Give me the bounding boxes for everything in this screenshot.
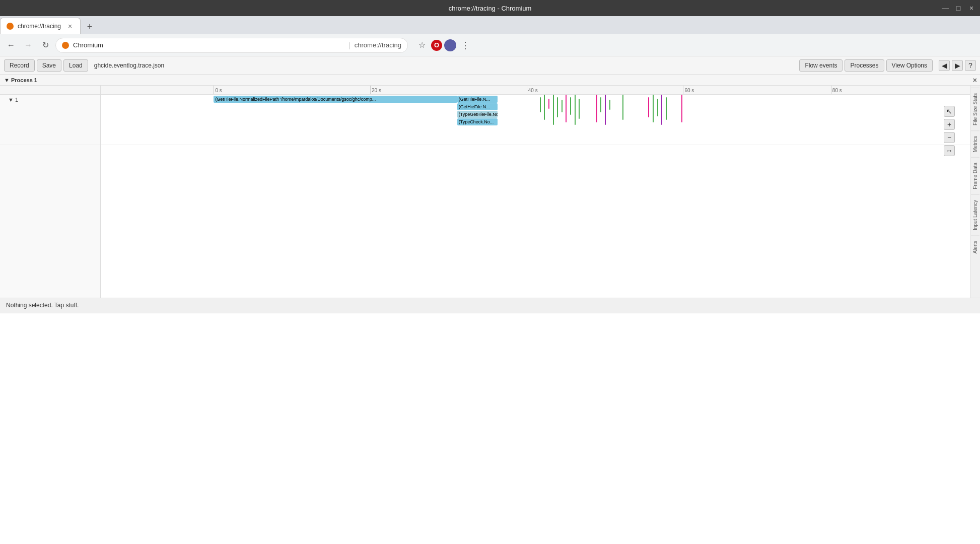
filename-display: ghcide.eventlog.trace.json — [94, 62, 164, 69]
mini-bar-11 — [596, 95, 597, 122]
zoom-in-button[interactable]: + — [944, 119, 955, 130]
cursor-tool-button[interactable]: ↖ — [944, 106, 955, 117]
ruler-tick-80s: 80 s — [831, 86, 842, 94]
maximize-button[interactable]: □ — [954, 4, 963, 13]
title-bar-controls: — □ × — [941, 4, 976, 13]
trace-right-panel[interactable]: 0 s 20 s 40 s 60 s 80 s (GetHieFile.Norm… — [101, 86, 970, 298]
toolbar-right: Flow events Processes View Options ◀ ▶ ? — [799, 59, 976, 72]
trace-left-panel: ▼ 1 — [0, 86, 101, 298]
side-tab-metrics[interactable]: Metrics — [971, 130, 979, 157]
process-header: ▼ Process 1 × — [0, 75, 980, 86]
active-tab[interactable]: chrome://tracing × — [0, 18, 81, 34]
opera-icon[interactable]: O — [431, 40, 442, 51]
mini-bar-7 — [566, 95, 567, 122]
mini-bar-9 — [575, 95, 576, 125]
process-title: ▼ Process 1 — [4, 77, 37, 83]
stacked-events-group: (GetHieFile.N... (GetHieFile.N... (TypeG… — [457, 96, 498, 126]
ruler-label-20s: 20 s — [372, 88, 381, 93]
save-button[interactable]: Save — [37, 59, 61, 72]
load-button[interactable]: Load — [63, 59, 88, 72]
address-bar-input[interactable]: Chromium | chrome://tracing — [55, 38, 408, 53]
flow-events-button[interactable]: Flow events — [799, 59, 843, 72]
ruler-tick-0s: 0 s — [214, 86, 222, 94]
stacked-event-2[interactable]: (GetHieFile.N... — [457, 103, 498, 110]
status-bar: Nothing selected. Tap stuff. — [0, 298, 980, 313]
address-separator: | — [348, 41, 351, 49]
ruler-label-0s: 0 s — [215, 88, 222, 93]
mini-bar-19 — [661, 95, 662, 125]
bookmark-button[interactable]: ☆ — [415, 38, 429, 52]
main-event-bar[interactable]: (GetHieFile.NormalizedFilePath '/home/mp… — [214, 96, 457, 103]
mini-bar-3 — [548, 99, 549, 109]
mini-bar-20 — [666, 97, 667, 120]
back-button[interactable]: ← — [4, 38, 18, 52]
ruler-label-40s: 40 s — [528, 88, 538, 93]
zoom-out-button[interactable]: − — [944, 132, 955, 143]
mini-bar-21 — [681, 95, 682, 122]
help-button[interactable]: ? — [965, 60, 976, 71]
mini-bar-16 — [648, 97, 649, 117]
window-title: chrome://tracing - Chromium — [449, 5, 532, 12]
address-bar: ← → ↻ Chromium | chrome://tracing ☆ O ⋮ — [0, 34, 980, 56]
tab-label: chrome://tracing — [18, 23, 61, 30]
tab-close-button[interactable]: × — [66, 22, 74, 30]
record-button[interactable]: Record — [4, 59, 35, 72]
ruler-spacer — [0, 86, 100, 95]
tracing-toolbar: Record Save Load ghcide.eventlog.trace.j… — [0, 56, 980, 75]
mini-bar-10 — [579, 99, 580, 119]
new-tab-button[interactable]: + — [83, 20, 97, 34]
address-favicon-icon — [62, 42, 69, 49]
view-options-button[interactable]: View Options — [886, 59, 933, 72]
zoom-controls: ↖ + − ↔ — [944, 106, 955, 156]
forward-button[interactable]: → — [21, 38, 35, 52]
address-url: chrome://tracing — [355, 41, 401, 49]
browser-menu-button[interactable]: ⋮ — [458, 38, 472, 52]
stacked-event-3[interactable]: (TypeGetHieFile.No... — [457, 111, 498, 118]
track-lane-1: (GetHieFile.NormalizedFilePath '/home/mp… — [101, 95, 970, 145]
main-event-label: (GetHieFile.NormalizedFilePath '/home/mp… — [215, 97, 376, 102]
mini-bar-8 — [570, 97, 571, 115]
thread-label: ▼ 1 — [0, 95, 100, 145]
side-tab-file-size-stats[interactable]: File Size Stats — [971, 88, 979, 130]
side-tab-alerts[interactable]: Alerts — [971, 235, 979, 259]
tab-favicon-icon — [7, 23, 14, 30]
ruler-label-80s: 80 s — [832, 88, 842, 93]
nav-left-button[interactable]: ◀ — [939, 60, 950, 71]
mini-bar-4 — [553, 95, 554, 125]
mini-bar-15 — [622, 95, 623, 120]
process-close-button[interactable]: × — [973, 76, 977, 84]
trace-view: ▼ Process 1 × ▼ 1 0 s 20 s 40 s — [0, 75, 980, 298]
detail-panel — [0, 313, 980, 545]
ruler-tick-40s: 40 s — [527, 86, 538, 94]
side-tabs-panel: File Size Stats Metrics Frame Data Input… — [970, 86, 980, 298]
fit-button[interactable]: ↔ — [944, 145, 955, 156]
tab-bar: chrome://tracing × + — [0, 16, 980, 34]
trace-scroll-area: ▼ 1 0 s 20 s 40 s 60 s 80 s (GetHieFi — [0, 86, 980, 298]
ruler-tick-60s: 60 s — [683, 86, 694, 94]
processes-button[interactable]: Processes — [845, 59, 884, 72]
thread-number: ▼ 1 — [8, 97, 18, 103]
ruler-label-60s: 60 s — [684, 88, 694, 93]
mini-bar-17 — [653, 95, 654, 122]
reload-button[interactable]: ↻ — [38, 38, 52, 52]
timeline-ruler: 0 s 20 s 40 s 60 s 80 s — [101, 86, 970, 95]
mini-bar-13 — [605, 95, 606, 125]
mini-bar-6 — [562, 100, 563, 112]
nav-right-button[interactable]: ▶ — [952, 60, 963, 71]
minimize-button[interactable]: — — [941, 4, 950, 13]
status-text: Nothing selected. Tap stuff. — [6, 302, 79, 309]
mini-bar-18 — [657, 99, 658, 116]
mini-bar-12 — [600, 97, 601, 112]
mini-bar-14 — [609, 100, 610, 110]
mini-bar-2 — [544, 95, 545, 120]
mini-bar-1 — [540, 97, 541, 112]
title-bar: chrome://tracing - Chromium — □ × — [0, 0, 980, 16]
ruler-tick-20s: 20 s — [370, 86, 381, 94]
side-tab-input-latency[interactable]: Input Latency — [971, 194, 979, 235]
stacked-event-1[interactable]: (GetHieFile.N... — [457, 96, 498, 103]
close-window-button[interactable]: × — [967, 4, 976, 13]
side-tab-frame-data[interactable]: Frame Data — [971, 157, 979, 194]
profile-icon[interactable] — [444, 39, 456, 51]
stacked-event-4[interactable]: (TypeCheck.No... — [457, 118, 498, 125]
address-bar-right: ☆ O ⋮ — [415, 38, 472, 52]
